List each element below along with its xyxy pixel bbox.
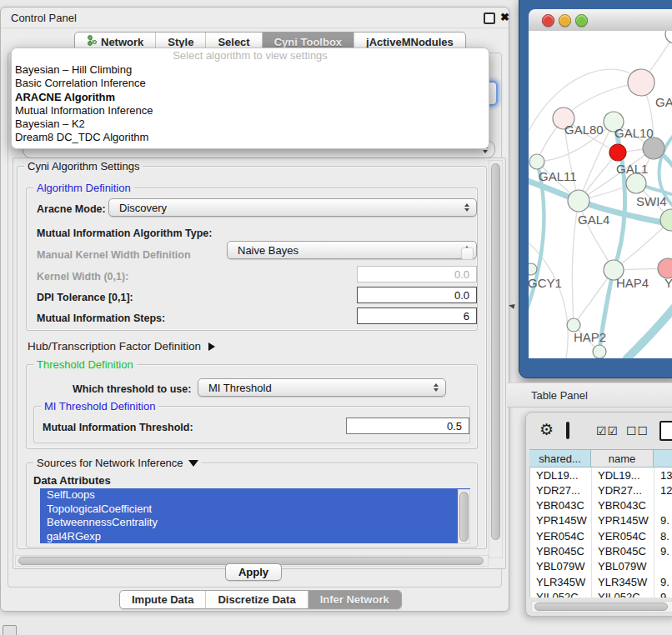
apply-button-label: Apply [238,566,268,578]
screen: Control Panel ✖ NetworkStyleSelectCyni T… [0,0,672,635]
network-view-window: GALGAL80GAL10GAL1GAL11SWI4GAL4GCY1HAP4YH… [519,0,672,378]
table-body[interactable]: YDL19...YDL19...13YDR27...YDR27...12YBR0… [529,468,672,598]
attributes-scrollbar[interactable] [458,489,470,544]
function-builder-icon[interactable] [659,421,672,441]
table-cell [654,559,672,574]
network-icon [87,35,97,48]
node-label-gcy1: GCY1 [529,276,562,290]
tab-label: Infer Network [320,593,389,606]
collapsed-panel-icon[interactable] [3,625,17,635]
table-cell: 13 [654,468,672,482]
network-graph: GALGAL80GAL10GAL1GAL11SWI4GAL4GCY1HAP4YH… [529,31,672,358]
algorithm-option-bayesian-k2[interactable]: Bayesian – K2 [12,118,489,131]
tab-label: Cyni Toolbox [274,36,342,48]
network-node-unlabeled[interactable] [643,138,664,159]
mi-steps-label: Mutual Information Steps: [37,312,165,324]
aracne-mode-combo[interactable]: Discovery [108,198,477,217]
tab-discretize-data[interactable]: Discretize Data [206,591,308,608]
network-node-gcy1[interactable] [529,263,537,275]
table-row[interactable]: YIL052CYIL052C9. [530,589,672,598]
gear-icon[interactable]: ⚙ [539,422,554,438]
algorithm-option-dream8-dc-tdc-algorithm[interactable]: Dream8 DC_TDC Algorithm [12,131,489,144]
network-node-gal4[interactable] [568,190,589,212]
table-panel-bar[interactable]: Table Panel [507,382,672,408]
kernel-width-label: Kernel Width (0,1): [37,271,128,282]
mi-steps-field[interactable]: 6 [357,308,477,324]
mi-threshold-field[interactable]: 0.5 [346,418,469,434]
table-header: shared...name [529,449,672,468]
table-panel-title: Table Panel [531,389,588,402]
columns-icon[interactable] [566,422,569,439]
algorithm-option-bayesian-hill-climbing[interactable]: Bayesian – Hill Climbing [12,63,489,77]
manual-kernel-checkbox[interactable] [461,248,474,260]
table-cell: 9. [654,589,672,598]
close-icon[interactable]: ✖ [500,12,509,22]
algorithm-option-aracne-algorithm[interactable]: ARACNE Algorithm [12,91,489,104]
network-canvas[interactable]: GALGAL80GAL10GAL1GAL11SWI4GAL4GCY1HAP4YH… [529,31,672,358]
minimize-traffic-light[interactable] [559,14,571,27]
node-label-hap2: HAP2 [574,330,606,344]
data-attributes-list[interactable]: SelfLoopsTopologicalCoefficientBetweenne… [40,488,470,543]
attribute-topologicalcoefficient[interactable]: TopologicalCoefficient [40,502,470,517]
network-node-gal1[interactable] [626,173,646,193]
table-cell: YDR27... [530,482,592,498]
attribute-betweennesscentrality[interactable]: BetweennessCentrality [40,516,470,530]
tab-impute-data[interactable]: Impute Data [120,591,206,608]
table-row[interactable]: YDL19...YDL19...13 [530,468,672,482]
table-row[interactable]: YBR045CYBR045C9. [530,543,672,558]
algorithm-option-mutual-information-inference[interactable]: Mutual Information Inference [12,104,489,118]
network-node-gal11[interactable] [529,154,544,169]
hub-definition-expander[interactable]: Hub/Transcription Factor Definition [28,340,215,352]
sources-title[interactable]: Sources for Network Inference [33,457,202,469]
table-row[interactable]: YDR27...YDR27...12 [530,482,672,498]
table-cell: YIL052C [530,589,592,598]
close-traffic-light[interactable] [542,14,554,27]
network-node-swi4[interactable] [660,209,672,231]
network-node-unlabeled[interactable] [593,345,606,358]
network-node-unlabeled[interactable] [609,144,626,161]
table-row[interactable]: YBR043CYBR043C [530,498,672,513]
threshold-definition-title: Threshold Definition [33,358,137,371]
network-window-titlebar[interactable] [529,9,672,32]
mi-type-combo[interactable]: Naive Bayes [227,241,477,259]
column-header-2[interactable] [654,449,672,468]
column-header-shared[interactable]: shared... [529,449,591,468]
network-node-unlabeled[interactable] [665,31,672,43]
which-threshold-combo[interactable]: MI Threshold [198,378,446,397]
table-cell: YPR145W [530,513,592,528]
dpi-tolerance-field[interactable]: 0.0 [357,287,477,303]
apply-button[interactable]: Apply [225,563,282,581]
tab-infer-network[interactable]: Infer Network [308,591,401,608]
aracne-mode-value: Discovery [119,202,167,214]
table-row[interactable]: YER054CYER054C8. [530,528,672,543]
float-icon[interactable] [484,12,495,24]
table-cell: YIL052C [592,589,654,598]
column-header-name[interactable]: name [591,449,654,468]
mi-steps-value: 6 [464,310,469,322]
attribute-selfloops[interactable]: SelfLoops [40,488,470,502]
table-row[interactable]: YBL079WYBL079W [530,559,672,574]
expander-arrow-icon [208,342,215,351]
algorithm-option-basic-correlation-inference[interactable]: Basic Correlation Inference [12,77,489,90]
tab-label: Select [218,36,249,48]
threshold-definition-group: Threshold Definition Which threshold to … [26,364,478,449]
node-label-y: Y [664,276,672,290]
algorithm-popup-placeholder: Select algorithm to view settings [12,48,489,63]
deselect-all-checkboxes-icon[interactable]: ☐☐ [626,425,649,437]
settings-v-scrollbar[interactable] [489,160,503,558]
table-cell: YDL19... [530,468,592,482]
table-h-scrollbar[interactable] [531,601,672,612]
select-all-checkboxes-icon[interactable]: ☑☑ [596,425,619,437]
table-row[interactable]: YPR145WYPR145W9. [530,513,672,528]
hub-definition-label: Hub/Transcription Factor Definition [28,340,201,352]
mi-threshold-value: 0.5 [447,420,462,432]
attribute-gal4rgexp[interactable]: gal4RGexp [40,530,470,543]
control-panel-titlebar[interactable]: Control Panel ✖ [1,8,509,28]
mi-threshold-label: Mutual Information Threshold: [43,422,193,433]
network-node-gal[interactable] [628,69,654,96]
zoom-traffic-light[interactable] [575,14,588,27]
table-row[interactable]: YLR345WYLR345W9. [530,574,672,589]
kernel-width-field[interactable]: 0.0 [357,266,477,282]
table-cell: 8. [654,528,672,543]
tab-label: Style [168,36,193,48]
